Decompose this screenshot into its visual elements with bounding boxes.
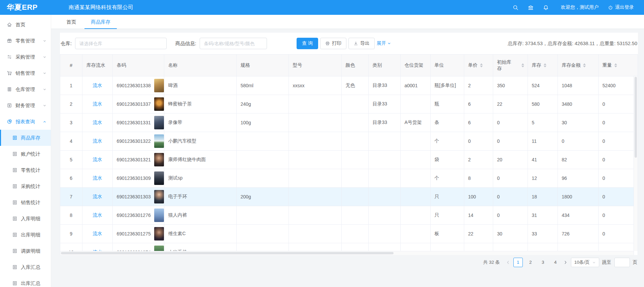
col-init[interactable]: 初始库存 xyxy=(493,55,528,76)
flow-link[interactable]: 流水 xyxy=(93,194,102,199)
sidebar-item-label: 出库汇总 xyxy=(21,280,40,287)
inventory-card: 仓库: 商品信息: 查 询 打印 导出 展开 总库存: 3734.53，总库存金… xyxy=(60,33,638,255)
main-area: 首页商品库存 仓库: 商品信息: 查 询 打印 导出 展开 xyxy=(51,15,644,287)
product-thumbnail[interactable] xyxy=(154,227,164,241)
sidebar-item-warehouse[interactable]: 仓库管理 xyxy=(0,81,51,97)
column-label: # xyxy=(70,63,72,68)
table-row: 4流水6901236301322小鹏汽车模型个001100 xyxy=(60,132,634,150)
flow-link[interactable]: 流水 xyxy=(93,157,102,162)
sidebar-subitem-goods-stock[interactable]: 商品库存 xyxy=(0,130,51,146)
cell-unit: 只 xyxy=(430,187,464,206)
product-thumbnail[interactable] xyxy=(154,79,164,92)
sort-icons[interactable] xyxy=(544,63,546,67)
product-info-input[interactable] xyxy=(200,38,267,49)
sidebar-subitem-sales-stats[interactable]: 销售统计 xyxy=(0,194,51,211)
warehouse-input[interactable] xyxy=(75,38,167,49)
bell-icon[interactable] xyxy=(543,5,549,10)
cell-init: 0 xyxy=(493,206,528,224)
flow-link[interactable]: 流水 xyxy=(93,101,102,106)
product-thumbnail[interactable] xyxy=(154,116,164,129)
flow-link[interactable]: 流水 xyxy=(93,231,102,236)
sidebar-subitem-outbound-summary[interactable]: 出库汇总 xyxy=(0,275,51,287)
sidebar-subitem-transfer-detail[interactable]: 调拨明细 xyxy=(0,243,51,259)
flow-link[interactable]: 流水 xyxy=(93,138,102,144)
table-row: 6流水6901236301309测试sp个8012960 xyxy=(60,169,634,187)
chevron-down-icon xyxy=(43,88,46,91)
product-thumbnail[interactable] xyxy=(154,190,164,203)
company-name: 南通某某网络科技有限公司 xyxy=(69,4,133,11)
sidebar-item-home[interactable]: 首页 xyxy=(0,17,51,33)
page-button-1[interactable]: 1 xyxy=(513,258,523,267)
flow-link[interactable]: 流水 xyxy=(93,212,102,218)
flow-link[interactable]: 流水 xyxy=(93,83,102,88)
sidebar: 首页零售管理采购管理销售管理仓库管理财务管理报表查询商品库存账户统计零售统计采购… xyxy=(0,15,51,287)
cell-color: 无色 xyxy=(341,76,368,95)
cell-category xyxy=(368,150,400,169)
sidebar-subitem-inbound-detail[interactable]: 入库明细 xyxy=(0,211,51,227)
cell-stock: 5 xyxy=(528,113,557,132)
cell-amount: 96 xyxy=(557,169,598,187)
sort-icons[interactable] xyxy=(614,63,617,67)
pagination: 共 32 条 1234 10条/页 跳至 页 xyxy=(60,258,638,267)
cell-barcode: 6901236301303 xyxy=(112,187,164,206)
col-flow: 库存流水 xyxy=(82,55,112,76)
cell-category xyxy=(368,224,400,243)
flow-link[interactable]: 流水 xyxy=(93,120,102,125)
sidebar-item-label: 采购管理 xyxy=(15,54,35,60)
product-thumbnail[interactable] xyxy=(154,209,164,222)
purchase-icon xyxy=(7,54,12,60)
jump-page-input[interactable] xyxy=(614,258,630,267)
export-button[interactable]: 导出 xyxy=(348,38,375,49)
col-weight[interactable]: 重量 xyxy=(598,55,634,76)
cell-index: 6 xyxy=(60,169,82,187)
col-amount[interactable]: 库存金额 xyxy=(557,55,598,76)
vertical-scrollbar-thumb[interactable] xyxy=(635,77,637,158)
table-row: 9流水6901236301275维生素C板2230337260 xyxy=(60,224,634,243)
product-thumbnail[interactable] xyxy=(154,171,164,185)
cell-barcode: 6901236301331 xyxy=(112,113,164,132)
sidebar-subitem-retail-stats[interactable]: 零售统计 xyxy=(0,162,51,178)
sidebar-subitem-account-stats[interactable]: 账户统计 xyxy=(0,146,51,162)
barcode-text: 6901236301338 xyxy=(117,83,151,88)
expand-link[interactable]: 展开 xyxy=(377,40,391,46)
horizontal-scrollbar[interactable] xyxy=(60,251,634,255)
table-header-patch xyxy=(634,55,638,76)
col-stock[interactable]: 库存 xyxy=(528,55,557,76)
sidebar-item-purchase[interactable]: 采购管理 xyxy=(0,49,51,65)
sort-icons[interactable] xyxy=(521,63,524,67)
sidebar-subitem-inbound-summary[interactable]: 入库汇总 xyxy=(0,259,51,275)
prev-page-button[interactable] xyxy=(506,260,510,265)
search-icon[interactable] xyxy=(513,5,518,10)
sort-icons[interactable] xyxy=(583,63,586,67)
vertical-scrollbar[interactable] xyxy=(634,76,638,251)
brand-logo[interactable]: 华夏ERP xyxy=(0,2,51,12)
page-button-2[interactable]: 2 xyxy=(526,258,535,267)
logout-icon xyxy=(608,5,613,10)
table-row: 8流水6901236301276猫人内裤只140314340 xyxy=(60,206,634,224)
logout-button[interactable]: 退出登录 xyxy=(608,4,634,10)
sidebar-item-finance[interactable]: 财务管理 xyxy=(0,97,51,114)
page-button-3[interactable]: 3 xyxy=(538,258,548,267)
sidebar-subitem-outbound-detail[interactable]: 出库明细 xyxy=(0,227,51,243)
horizontal-scrollbar-thumb[interactable] xyxy=(61,252,394,254)
sidebar-subitem-purchase-stats[interactable]: 采购统计 xyxy=(0,178,51,194)
sidebar-item-retail[interactable]: 零售管理 xyxy=(0,33,51,49)
page-button-4[interactable]: 4 xyxy=(551,258,560,267)
product-thumbnail[interactable] xyxy=(154,153,164,166)
tab-home[interactable]: 首页 xyxy=(60,15,82,29)
sort-icons[interactable] xyxy=(480,63,483,67)
sidebar-item-report[interactable]: 报表查询 xyxy=(0,114,51,130)
next-page-button[interactable] xyxy=(563,260,568,265)
cell-category: 目录33 xyxy=(368,95,400,113)
product-thumbnail[interactable] xyxy=(154,97,164,111)
sidebar-item-sales[interactable]: 销售管理 xyxy=(0,65,51,81)
tab-goods-stock[interactable]: 商品库存 xyxy=(84,15,117,29)
col-price[interactable]: 单价 xyxy=(464,55,493,76)
product-thumbnail[interactable] xyxy=(154,134,164,148)
bank-icon[interactable] xyxy=(528,5,534,10)
page-size-select[interactable]: 10条/页 xyxy=(571,258,599,267)
query-button[interactable]: 查 询 xyxy=(297,38,318,49)
cell-spec xyxy=(236,206,289,224)
flow-link[interactable]: 流水 xyxy=(93,175,102,181)
print-button[interactable]: 打印 xyxy=(320,38,346,49)
